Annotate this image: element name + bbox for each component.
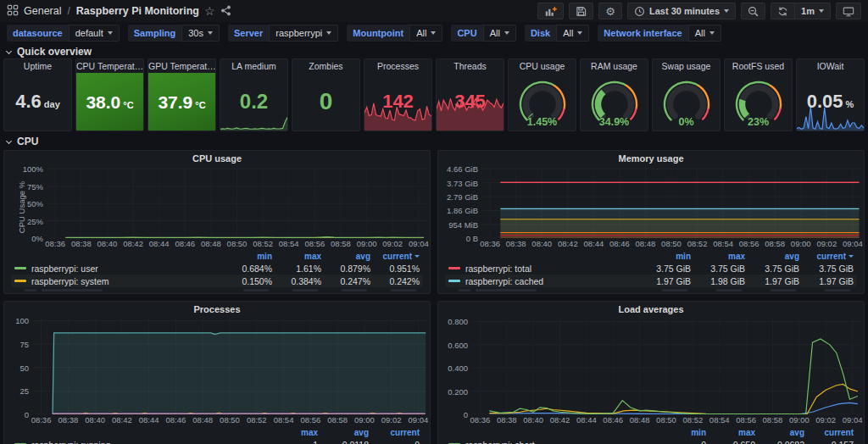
stat-value-row: 4.6day <box>15 92 60 111</box>
variable-value-dropdown[interactable]: All <box>556 25 589 42</box>
stat-panel-title[interactable]: GPU Temperat… <box>148 59 215 73</box>
share-icon[interactable] <box>220 5 231 18</box>
y-axis-title: CPU Usage % <box>8 166 19 238</box>
legend-value: 0.384% <box>272 276 321 286</box>
legend-value: 0.684% <box>223 264 272 274</box>
plot-area[interactable] <box>47 166 426 238</box>
section-cpu[interactable]: CPU <box>0 134 868 148</box>
plot-area[interactable] <box>472 317 860 414</box>
x-tick-label: 08:48 <box>192 415 213 425</box>
stat-unit: °C <box>123 100 133 110</box>
stat-panel-title[interactable]: RootFS used <box>725 59 792 73</box>
x-tick-label: 08:58 <box>331 239 351 248</box>
legend-sort-avg[interactable]: avg <box>321 252 370 261</box>
variable-value-dropdown[interactable]: raspberrypi <box>269 25 338 42</box>
stat-panel-swap-usage: Swap usage0% <box>652 58 721 131</box>
dashboard-title[interactable]: Raspberry Pi Monitoring <box>76 5 199 17</box>
legend-series-label[interactable]: raspberrypi: system <box>14 276 223 286</box>
legend-sort-min[interactable]: min <box>637 252 691 261</box>
sync-icon <box>777 6 788 17</box>
variable-label-cpu[interactable]: CPU <box>451 25 482 42</box>
legend-sort-min[interactable]: min <box>223 252 272 261</box>
save-dashboard-button[interactable] <box>569 3 593 19</box>
variable-label-disk[interactable]: Disk <box>525 25 556 42</box>
stat-panel-title[interactable]: Processes <box>364 59 431 73</box>
legend-sort-current[interactable]: current <box>799 252 854 261</box>
variable-label-server[interactable]: Server <box>228 25 269 42</box>
panel-title[interactable]: Processes <box>8 302 426 317</box>
legend-sort-avg[interactable]: avg <box>318 428 369 437</box>
stat-panel-title[interactable]: Uptime <box>4 59 71 73</box>
stat-panel-title[interactable]: Threads <box>437 59 504 73</box>
section-quick-overview[interactable]: Quick overview <box>0 44 868 58</box>
refresh-button[interactable] <box>771 3 794 19</box>
dashboard-settings-button[interactable]: ⚙ <box>598 3 622 19</box>
stat-panel-title[interactable]: CPU usage <box>509 59 576 73</box>
y-tick-label: 0 B <box>466 234 478 243</box>
legend-sort-current[interactable]: current <box>370 252 420 261</box>
legend-series-label[interactable]: raspberrypi: cached <box>448 276 637 286</box>
stat-panel-title[interactable]: IOWait <box>797 59 864 73</box>
legend-value: 0.0118 <box>318 440 369 444</box>
variable-value-dropdown[interactable]: All <box>483 25 516 42</box>
variable-value-dropdown[interactable]: 30s <box>181 25 220 42</box>
stat-panel-title[interactable]: Swap usage <box>653 59 720 73</box>
zoom-out-time-button[interactable] <box>741 3 765 19</box>
time-range-picker[interactable]: Last 30 minutes <box>627 3 736 19</box>
legend-sort-min[interactable]: min <box>657 428 706 437</box>
y-tick-label: 0% <box>31 234 43 243</box>
legend-series-label[interactable]: raspberrypi: user <box>14 264 223 274</box>
x-tick-label: 08:58 <box>327 415 348 425</box>
y-tick-label: 100% <box>23 164 43 174</box>
breadcrumb-section[interactable]: General <box>24 5 61 17</box>
x-axis: 08:3608:3808:4008:4208:4408:4608:4808:50… <box>33 414 426 425</box>
legend-sort-max[interactable]: max <box>272 252 321 261</box>
section-title: Quick overview <box>17 46 92 58</box>
variable-label-mountpoint[interactable]: Mountpoint <box>347 25 409 42</box>
legend-sort-current[interactable]: current <box>369 428 420 437</box>
dashboards-grid-icon[interactable] <box>7 4 19 18</box>
legend-series-label[interactable]: raspberrypi: total <box>448 264 637 274</box>
variable-value-dropdown[interactable]: All <box>409 25 442 42</box>
panel-title[interactable]: CPU usage <box>8 151 426 166</box>
chevron-down-icon <box>577 31 582 35</box>
legend-sort-avg[interactable]: avg <box>745 252 799 261</box>
variable-value-dropdown[interactable]: default <box>69 25 120 42</box>
star-icon[interactable]: ☆ <box>204 5 215 17</box>
legend-series-label[interactable]: raspberrypi: short <box>448 440 657 444</box>
variable-label-network-interface[interactable]: Network interface <box>598 25 687 42</box>
variable-value: All <box>563 28 573 38</box>
variable-value-dropdown[interactable]: All <box>688 25 721 42</box>
quick-overview-row: Uptime4.6dayCPU Temperat…38.0°CGPU Tempe… <box>3 58 865 131</box>
x-tick-label: 08:40 <box>531 239 552 248</box>
legend-series-label[interactable]: raspberrypi: running <box>14 440 267 444</box>
refresh-interval-picker[interactable]: 1m <box>794 3 831 19</box>
variable-label-datasource[interactable]: datasource <box>7 25 69 42</box>
legend-sort-avg[interactable]: avg <box>755 428 804 437</box>
x-tick-label: 08:44 <box>149 239 170 248</box>
stat-value: 142 <box>382 92 414 111</box>
stat-panel-title[interactable]: LA medium <box>220 59 287 73</box>
add-panel-button[interactable] <box>537 3 564 19</box>
plot-area[interactable] <box>482 166 860 238</box>
chevron-down-icon <box>6 137 12 143</box>
x-tick-label: 08:52 <box>253 239 273 248</box>
kiosk-mode-button[interactable] <box>836 3 861 19</box>
y-tick-label: 0 <box>464 410 468 419</box>
panel-title[interactable]: Memory usage <box>442 151 860 166</box>
stat-panel-title[interactable]: CPU Temperat… <box>76 59 143 73</box>
stat-panel-title[interactable]: RAM usage <box>581 59 648 73</box>
legend-sort-max[interactable]: max <box>691 252 745 261</box>
legend-sort-max[interactable]: max <box>267 428 318 437</box>
variables-bar: datasourcedefaultSampling30sServerraspbe… <box>0 22 868 44</box>
chevron-down-icon <box>724 9 729 13</box>
panel-title[interactable]: Load averages <box>442 302 860 317</box>
variable-value: 30s <box>188 28 203 38</box>
stat-panel-title[interactable]: Zombies <box>292 59 359 73</box>
stat-panel-body: 0 <box>292 73 359 130</box>
legend-sort-max[interactable]: max <box>706 428 755 437</box>
variable-label-sampling[interactable]: Sampling <box>128 25 182 42</box>
plot-area[interactable] <box>33 317 426 414</box>
x-tick-label: 08:44 <box>583 239 604 248</box>
legend-sort-current[interactable]: current <box>804 428 854 437</box>
